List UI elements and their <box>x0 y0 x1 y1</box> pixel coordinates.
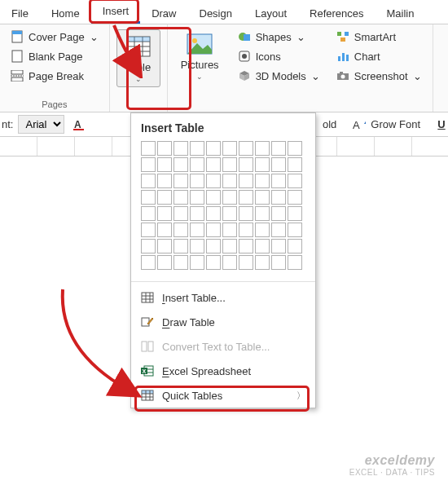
grid-cell[interactable] <box>288 206 302 221</box>
grid-cell[interactable] <box>206 239 221 254</box>
grid-cell[interactable] <box>190 206 204 221</box>
grid-cell[interactable] <box>288 190 302 205</box>
grid-cell[interactable] <box>288 255 302 270</box>
3d-models-button[interactable]: 3D Models ⌄ <box>234 67 324 85</box>
grid-cell[interactable] <box>157 141 172 156</box>
grid-cell[interactable] <box>239 223 253 237</box>
grid-cell[interactable] <box>157 174 172 188</box>
grid-cell[interactable] <box>255 190 270 205</box>
draw-table-item[interactable]: Draw Table <box>131 310 315 334</box>
grid-cell[interactable] <box>239 206 253 221</box>
grid-cell[interactable] <box>157 223 172 237</box>
grid-cell[interactable] <box>239 255 253 270</box>
grid-cell[interactable] <box>255 239 270 254</box>
grid-cell[interactable] <box>157 190 172 205</box>
grid-cell[interactable] <box>222 239 237 254</box>
grid-cell[interactable] <box>206 206 221 221</box>
grid-cell[interactable] <box>173 223 188 237</box>
tab-home[interactable]: Home <box>40 2 91 24</box>
grid-cell[interactable] <box>222 157 237 172</box>
grid-cell[interactable] <box>141 223 156 237</box>
grid-cell[interactable] <box>173 206 188 221</box>
grid-cell[interactable] <box>206 255 221 270</box>
chart-button[interactable]: Chart <box>332 47 426 65</box>
grid-cell[interactable] <box>141 239 156 254</box>
grid-cell[interactable] <box>288 174 302 188</box>
grid-cell[interactable] <box>255 255 270 270</box>
grid-cell[interactable] <box>271 141 286 156</box>
grid-cell[interactable] <box>239 239 253 254</box>
grid-cell[interactable] <box>239 174 253 188</box>
grid-cell[interactable] <box>271 157 286 172</box>
grid-cell[interactable] <box>255 206 270 221</box>
grid-cell[interactable] <box>239 190 253 205</box>
grid-cell[interactable] <box>141 174 156 188</box>
grid-cell[interactable] <box>239 141 253 156</box>
pictures-button[interactable]: Pictures ⌄ <box>174 28 226 84</box>
grid-cell[interactable] <box>157 255 172 270</box>
grid-cell[interactable] <box>190 223 204 237</box>
grid-cell[interactable] <box>157 206 172 221</box>
grid-cell[interactable] <box>141 255 156 270</box>
quick-tables-item[interactable]: Quick Tables 〉 <box>131 383 315 408</box>
excel-spreadsheet-item[interactable]: X Excel Spreadsheet <box>131 359 315 383</box>
grid-cell[interactable] <box>271 190 286 205</box>
grid-cell[interactable] <box>206 141 221 156</box>
tab-layout[interactable]: Layout <box>244 2 298 24</box>
grid-cell[interactable] <box>255 157 270 172</box>
grid-cell[interactable] <box>271 206 286 221</box>
grid-cell[interactable] <box>222 190 237 205</box>
grid-cell[interactable] <box>190 239 204 254</box>
grid-cell[interactable] <box>271 223 286 237</box>
grid-cell[interactable] <box>222 174 237 188</box>
grid-cell[interactable] <box>288 157 302 172</box>
tab-design[interactable]: Design <box>188 2 244 24</box>
shapes-button[interactable]: Shapes ⌄ <box>234 28 324 46</box>
font-color-icon[interactable]: A <box>72 118 86 131</box>
blank-page-button[interactable]: Blank Page <box>7 47 103 65</box>
grid-cell[interactable] <box>173 239 188 254</box>
grid-cell[interactable] <box>141 157 156 172</box>
grid-cell[interactable] <box>206 174 221 188</box>
grid-cell[interactable] <box>206 190 221 205</box>
cover-page-button[interactable]: Cover Page ⌄ <box>7 28 103 46</box>
grid-cell[interactable] <box>239 157 253 172</box>
screenshot-button[interactable]: Screenshot ⌄ <box>332 67 426 85</box>
grid-cell[interactable] <box>173 141 188 156</box>
grid-cell[interactable] <box>190 174 204 188</box>
table-grid-picker[interactable] <box>131 141 315 278</box>
tab-mailings[interactable]: Mailin <box>376 2 426 24</box>
grid-cell[interactable] <box>141 190 156 205</box>
tab-insert[interactable]: Insert <box>91 0 141 24</box>
grow-font-label[interactable]: Grow Font <box>371 118 420 130</box>
grid-cell[interactable] <box>255 174 270 188</box>
icons-button[interactable]: Icons <box>234 47 324 65</box>
grid-cell[interactable] <box>222 255 237 270</box>
grid-cell[interactable] <box>190 157 204 172</box>
grid-cell[interactable] <box>141 206 156 221</box>
grid-cell[interactable] <box>255 141 270 156</box>
grid-cell[interactable] <box>288 223 302 237</box>
tab-references[interactable]: References <box>298 2 375 24</box>
grid-cell[interactable] <box>271 239 286 254</box>
grid-cell[interactable] <box>271 255 286 270</box>
grid-cell[interactable] <box>173 190 188 205</box>
grid-cell[interactable] <box>190 255 204 270</box>
grid-cell[interactable] <box>288 141 302 156</box>
grid-cell[interactable] <box>173 174 188 188</box>
grid-cell[interactable] <box>190 141 204 156</box>
grid-cell[interactable] <box>206 157 221 172</box>
grid-cell[interactable] <box>157 157 172 172</box>
grid-cell[interactable] <box>157 239 172 254</box>
grid-cell[interactable] <box>173 157 188 172</box>
grid-cell[interactable] <box>271 174 286 188</box>
insert-table-item[interactable]: Insert Table... <box>131 285 315 310</box>
grid-cell[interactable] <box>222 206 237 221</box>
grid-cell[interactable] <box>141 141 156 156</box>
tab-file[interactable]: File <box>0 2 40 24</box>
table-button[interactable]: Table ⌄ <box>116 29 160 87</box>
smartart-button[interactable]: SmartArt <box>332 28 426 46</box>
font-selector[interactable]: Arial <box>18 115 64 134</box>
page-break-button[interactable]: Page Break <box>7 67 103 85</box>
tab-draw[interactable]: Draw <box>140 2 187 24</box>
